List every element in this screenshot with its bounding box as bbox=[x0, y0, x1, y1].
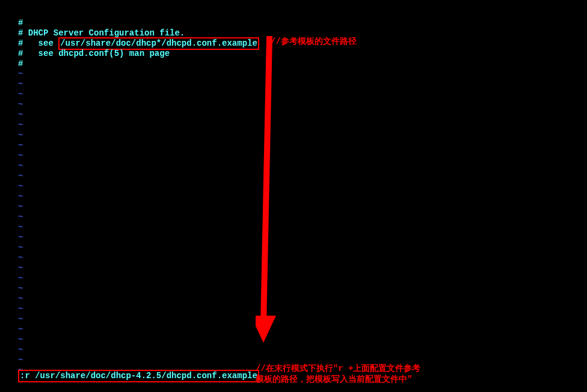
tilde-line: ~ bbox=[18, 274, 569, 284]
tilde-line: ~ bbox=[18, 182, 569, 192]
tilde-line: ~ bbox=[18, 294, 569, 304]
comment-line: # bbox=[18, 18, 569, 28]
tilde-line: ~ bbox=[18, 345, 569, 355]
tilde-line: ~ bbox=[18, 253, 569, 263]
command-highlight-box: :r /usr/share/doc/dhcp-4.2.5/dhcpd.conf.… bbox=[18, 370, 259, 382]
tilde-line: ~ bbox=[18, 314, 569, 325]
tilde-line: ~ bbox=[18, 161, 569, 171]
tilde-line: ~ bbox=[18, 110, 569, 120]
tilde-line: ~ bbox=[18, 222, 569, 233]
tilde-line: ~ bbox=[18, 263, 569, 274]
tilde-line: ~ bbox=[18, 192, 569, 202]
tilde-line: ~ bbox=[18, 79, 569, 90]
tilde-line: ~ bbox=[18, 120, 569, 130]
tilde-line: ~ bbox=[18, 130, 569, 141]
tilde-line: ~ bbox=[18, 212, 569, 222]
tilde-lines: ~~~~~~~~~~~~~~~~~~~~~~~~~~~~~~ bbox=[18, 69, 569, 376]
tilde-line: ~ bbox=[18, 202, 569, 212]
tilde-line: ~ bbox=[18, 69, 569, 79]
terminal-viewport[interactable]: # # DHCP Server Configuration file. # se… bbox=[18, 18, 569, 386]
tilde-line: ~ bbox=[18, 335, 569, 345]
bottom-annotation: //在末行模式下执行"r +上面配置文件参考 模板的路径，把模板写入当前配置文件… bbox=[256, 363, 420, 385]
top-annotation: //参考模板的文件路径 bbox=[271, 37, 357, 47]
tilde-line: ~ bbox=[18, 304, 569, 314]
comment-line: # bbox=[18, 59, 569, 69]
comment-line: # see dhcpd.conf(5) man page bbox=[18, 49, 569, 59]
tilde-line: ~ bbox=[18, 151, 569, 161]
tilde-line: ~ bbox=[18, 171, 569, 182]
tilde-line: ~ bbox=[18, 141, 569, 151]
vim-command-line[interactable]: :r /usr/share/doc/dhcp-4.2.5/dhcpd.conf.… bbox=[18, 370, 259, 382]
tilde-line: ~ bbox=[18, 243, 569, 253]
tilde-line: ~ bbox=[18, 100, 569, 110]
tilde-line: ~ bbox=[18, 325, 569, 335]
tilde-line: ~ bbox=[18, 90, 569, 100]
highlighted-path-box: /usr/share/doc/dhcp*/dhcpd.conf.example bbox=[58, 37, 259, 50]
tilde-line: ~ bbox=[18, 233, 569, 243]
tilde-line: ~ bbox=[18, 284, 569, 294]
